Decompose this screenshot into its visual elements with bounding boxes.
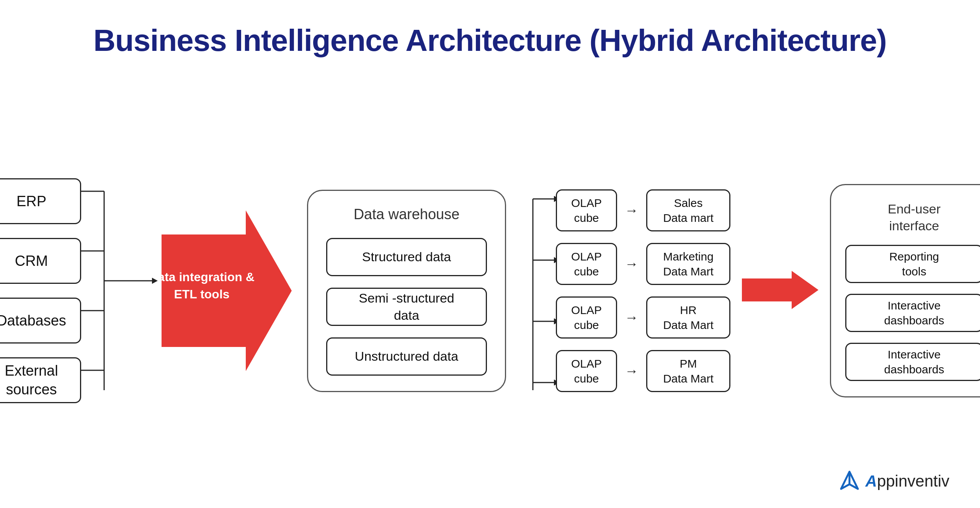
olap-cube-2: OLAPcube xyxy=(556,243,617,285)
appinventiv-logo-text: Appinventiv xyxy=(866,472,949,490)
end-interactive-1: Interactivedashboards xyxy=(845,294,980,332)
unstructured-data-box: Unstructured data xyxy=(326,337,487,376)
arrow-3: → xyxy=(625,309,639,326)
svg-marker-6 xyxy=(152,278,158,284)
svg-text:Data integration &: Data integration & xyxy=(162,270,255,284)
arrow-1: → xyxy=(625,202,639,218)
olap-cube-1: OLAPcube xyxy=(556,189,617,231)
olap-row-3: OLAPcube → HRData Mart xyxy=(556,296,730,339)
diagram: ERP CRM Databases Externalsources Data i… xyxy=(31,89,949,493)
source-external: Externalsources xyxy=(0,357,81,403)
mart-marketing: MarketingData Mart xyxy=(646,243,730,285)
mart-sales: SalesData mart xyxy=(646,189,730,231)
olap-row-4: OLAPcube → PMData Mart xyxy=(556,350,730,392)
arrow-4: → xyxy=(625,363,639,379)
svg-marker-19 xyxy=(742,271,818,309)
page-container: Business Intelligence Architecture (Hybr… xyxy=(0,0,980,508)
structured-data-box: Structured data xyxy=(326,238,487,276)
appinventiv-logo-icon xyxy=(838,470,861,493)
source-erp: ERP xyxy=(0,178,81,224)
page-title: Business Intelligence Architecture (Hybr… xyxy=(93,23,887,58)
svg-text:ETL tools: ETL tools xyxy=(174,287,229,301)
to-end-user-arrow xyxy=(742,271,818,309)
olap-row-1: OLAPcube → SalesData mart xyxy=(556,189,730,231)
mart-hr: HRData Mart xyxy=(646,296,730,339)
sources-to-etl-connector xyxy=(81,168,158,413)
olap-cube-4: OLAPcube xyxy=(556,350,617,392)
olap-cube-3: OLAPcube xyxy=(556,296,617,339)
end-interactive-2: Interactivedashboards xyxy=(845,343,980,381)
warehouse-to-olap-connector xyxy=(518,168,556,413)
source-crm: CRM xyxy=(0,238,81,284)
etl-arrow: Data integration & ETL tools xyxy=(162,210,292,371)
end-user-container: End-userinterface Reportingtools Interac… xyxy=(830,184,980,397)
end-user-title: End-userinterface xyxy=(888,200,941,234)
arrow-2: → xyxy=(625,256,639,272)
semi-structured-data-box: Semi -structureddata xyxy=(326,288,487,326)
source-databases: Databases xyxy=(0,298,81,344)
olap-section: OLAPcube → SalesData mart OLAPcube → Mar… xyxy=(556,189,730,392)
end-reporting: Reportingtools xyxy=(845,245,980,283)
mart-pm: PMData Mart xyxy=(646,350,730,392)
warehouse-container: Data warehouse Structured data Semi -str… xyxy=(307,190,506,392)
warehouse-title: Data warehouse xyxy=(354,206,460,223)
olap-row-2: OLAPcube → MarketingData Mart xyxy=(556,243,730,285)
logo-area: Appinventiv xyxy=(838,470,949,493)
